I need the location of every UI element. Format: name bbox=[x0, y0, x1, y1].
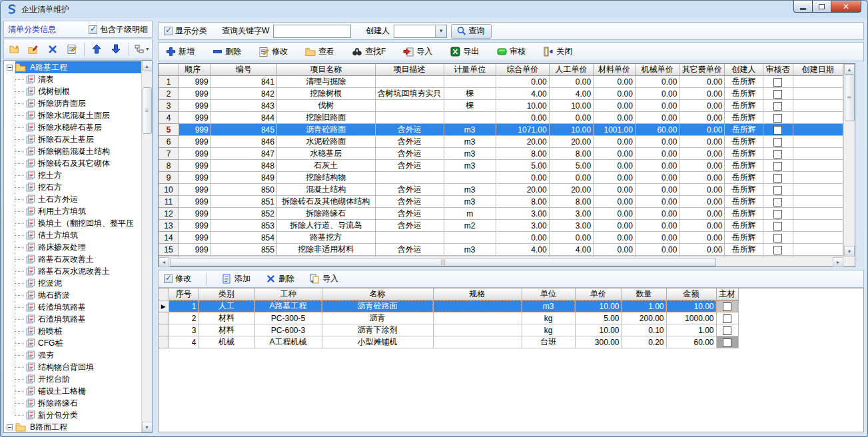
cell[interactable]: 300.00 bbox=[575, 336, 622, 348]
cell[interactable]: 0.00 bbox=[594, 76, 636, 88]
cell[interactable] bbox=[375, 76, 444, 88]
tree-node-leaf[interactable]: 铺设土工格栅 bbox=[4, 385, 141, 397]
tree-node-leaf[interactable]: 拆除水稳碎石基层 bbox=[4, 121, 141, 133]
row-selector-cell[interactable] bbox=[159, 324, 169, 336]
scroll-down-icon[interactable]: ▼ bbox=[142, 422, 153, 432]
tree-node-leaf[interactable]: CFG桩 bbox=[4, 337, 141, 349]
cell[interactable]: 0.00 bbox=[549, 172, 594, 184]
find-button[interactable]: 查找F bbox=[352, 46, 386, 57]
cell[interactable]: 3.00 bbox=[549, 208, 594, 220]
cell[interactable] bbox=[375, 172, 444, 184]
cell[interactable] bbox=[793, 100, 843, 112]
column-header-11[interactable]: 创建人 bbox=[725, 64, 763, 76]
cell[interactable]: 0.00 bbox=[635, 148, 679, 160]
cell[interactable]: m3 bbox=[444, 244, 496, 256]
tree-node-leaf[interactable]: 借土方填筑 bbox=[4, 229, 141, 241]
cell[interactable]: 0.00 bbox=[594, 184, 636, 196]
cell[interactable]: m3 bbox=[522, 300, 575, 312]
cell[interactable] bbox=[793, 244, 843, 256]
cell[interactable]: 8 bbox=[159, 160, 179, 172]
cell[interactable] bbox=[375, 112, 444, 124]
cell[interactable]: 2 bbox=[169, 312, 199, 324]
cell[interactable]: 水稳基层 bbox=[276, 148, 375, 160]
tree-node-leaf[interactable]: 拆除水泥混凝土面层 bbox=[4, 109, 141, 121]
cell[interactable]: 6 bbox=[159, 136, 179, 148]
cell[interactable]: A路基工程 bbox=[254, 300, 322, 312]
cell[interactable]: kg bbox=[522, 324, 575, 336]
cell[interactable]: 岳所辉 bbox=[725, 172, 763, 184]
tree-node-leaf[interactable]: 粉喷桩 bbox=[4, 325, 141, 337]
cell[interactable] bbox=[763, 160, 793, 172]
new-category-button[interactable] bbox=[7, 41, 22, 57]
cell[interactable]: 999 bbox=[179, 220, 211, 232]
audit-checkbox[interactable] bbox=[773, 174, 782, 183]
cell[interactable]: 岳所辉 bbox=[725, 76, 763, 88]
cell[interactable]: 小型摊铺机 bbox=[322, 336, 433, 348]
cell[interactable]: 0.00 bbox=[594, 136, 636, 148]
cell[interactable]: 0.00 bbox=[496, 112, 549, 124]
table-row[interactable]: 14999854路基挖方0.000.000.000.000.00岳所辉 bbox=[159, 232, 843, 244]
cell[interactable]: 1 bbox=[159, 76, 179, 88]
table-row[interactable]: 13999853拆除人行道、导流岛含外运m23.003.000.000.000.… bbox=[159, 220, 843, 232]
cell[interactable]: 7 bbox=[159, 148, 179, 160]
cell[interactable] bbox=[793, 196, 843, 208]
cell[interactable]: 4.00 bbox=[496, 88, 549, 100]
close-form-button[interactable]: 关闭 bbox=[543, 46, 572, 57]
column-header-3[interactable]: 项目名称 bbox=[276, 64, 375, 76]
column-header-rownum[interactable] bbox=[159, 64, 179, 76]
cell[interactable]: 200.00 bbox=[622, 312, 666, 324]
cell[interactable]: 12 bbox=[159, 208, 179, 220]
tree-node-leaf[interactable]: 拆除砖石及其它砌体 bbox=[4, 157, 141, 169]
tree-node-leaf[interactable]: 抛石挤淤 bbox=[4, 289, 141, 301]
cell[interactable] bbox=[375, 100, 444, 112]
cell[interactable]: 10.00 bbox=[575, 324, 622, 336]
cell[interactable]: 0.00 bbox=[635, 196, 679, 208]
restore-button[interactable] bbox=[813, 1, 831, 13]
cell[interactable]: 60.00 bbox=[666, 336, 716, 348]
tree-scrollbar[interactable]: ▲ ▼ bbox=[141, 61, 152, 432]
cell[interactable]: 999 bbox=[179, 88, 211, 100]
audit-checkbox[interactable] bbox=[773, 90, 782, 99]
cell[interactable]: 11 bbox=[159, 196, 179, 208]
edit-category-button[interactable] bbox=[25, 41, 41, 57]
cell[interactable]: m3 bbox=[444, 124, 496, 136]
cell[interactable]: 材料 bbox=[199, 312, 254, 324]
audit-button[interactable]: 审核 bbox=[496, 46, 526, 57]
cell[interactable]: m3 bbox=[444, 136, 496, 148]
cell[interactable]: 0.00 bbox=[635, 100, 679, 112]
table-row[interactable]: 6999846水泥砼路面含外运m320.0020.000.000.000.00岳… bbox=[159, 136, 843, 148]
scroll-down-icon[interactable]: ▼ bbox=[844, 246, 855, 256]
add-button[interactable]: 新增 bbox=[165, 46, 195, 57]
cell[interactable]: 伐树 bbox=[276, 100, 375, 112]
audit-checkbox[interactable] bbox=[773, 114, 782, 123]
tree-node-leaf[interactable]: 换填土（翻挖回填、整平压 bbox=[4, 217, 141, 229]
cell[interactable] bbox=[763, 172, 793, 184]
main-material-checkbox[interactable] bbox=[723, 302, 731, 311]
cell[interactable] bbox=[763, 124, 793, 136]
cell[interactable]: 10.00 bbox=[666, 300, 716, 312]
cell[interactable]: 4 bbox=[169, 336, 199, 348]
cell[interactable]: 0.00 bbox=[635, 88, 679, 100]
cell[interactable]: 沥青 bbox=[322, 312, 433, 324]
tree-node-leaf[interactable]: 石渣填筑路基 bbox=[4, 313, 141, 325]
cell[interactable]: 3 bbox=[169, 324, 199, 336]
cell[interactable]: 20.00 bbox=[549, 184, 594, 196]
cell[interactable]: 0.00 bbox=[679, 112, 725, 124]
tree-expander-icon[interactable] bbox=[7, 65, 13, 71]
column-header-1[interactable]: 顺序▵ bbox=[179, 64, 211, 76]
cell[interactable]: 0.00 bbox=[679, 196, 725, 208]
cell[interactable]: 8.00 bbox=[549, 148, 594, 160]
cell[interactable]: 999 bbox=[179, 124, 211, 136]
table-hscroll-thumb[interactable] bbox=[170, 258, 716, 266]
cell[interactable]: 999 bbox=[179, 100, 211, 112]
cell[interactable]: 0.00 bbox=[496, 172, 549, 184]
move-down-button[interactable] bbox=[108, 41, 123, 57]
show-category-checkbox[interactable]: 显示分类 bbox=[164, 25, 207, 37]
cell[interactable]: 岳所辉 bbox=[725, 148, 763, 160]
tree-node-leaf[interactable]: 拆除钢筋混凝土结构 bbox=[4, 145, 141, 157]
cell[interactable]: 0.00 bbox=[635, 160, 679, 172]
cell[interactable]: 岳所辉 bbox=[725, 184, 763, 196]
cell[interactable]: 岳所辉 bbox=[725, 196, 763, 208]
cell[interactable] bbox=[375, 232, 444, 244]
audit-checkbox[interactable] bbox=[773, 186, 782, 195]
